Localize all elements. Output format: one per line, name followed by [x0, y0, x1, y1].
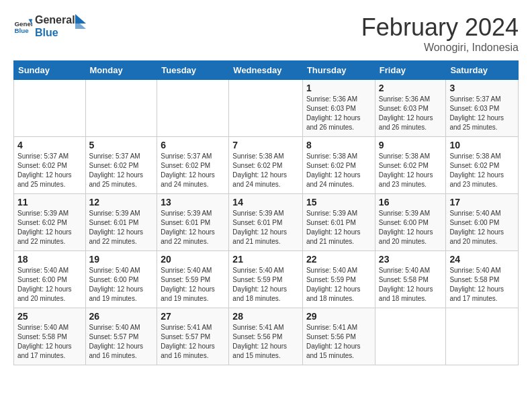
day-info: Sunrise: 5:38 AM Sunset: 6:02 PM Dayligh… [306, 152, 371, 189]
day-number: 8 [306, 140, 371, 150]
title-area: February 2024 Wonogiri, Indonesia [361, 13, 519, 54]
day-info: Sunrise: 5:39 AM Sunset: 6:01 PM Dayligh… [89, 209, 154, 246]
day-number: 14 [232, 197, 299, 208]
calendar-cell: 7Sunrise: 5:38 AM Sunset: 6:02 PM Daylig… [229, 137, 303, 194]
day-info: Sunrise: 5:41 AM Sunset: 5:57 PM Dayligh… [161, 323, 225, 361]
weekday-header-friday: Friday [375, 61, 446, 80]
weekday-header-monday: Monday [85, 61, 157, 80]
day-number: 16 [379, 197, 443, 208]
logo-icon: General Blue [13, 17, 32, 36]
weekday-header-saturday: Saturday [446, 61, 519, 80]
calendar-cell: 29Sunrise: 5:41 AM Sunset: 5:56 PM Dayli… [302, 308, 375, 365]
day-info: Sunrise: 5:40 AM Sunset: 6:00 PM Dayligh… [89, 266, 154, 304]
day-info: Sunrise: 5:40 AM Sunset: 5:59 PM Dayligh… [161, 266, 225, 304]
day-number: 25 [17, 311, 82, 322]
calendar-cell: 19Sunrise: 5:40 AM Sunset: 6:00 PM Dayli… [85, 251, 157, 308]
day-number: 26 [89, 311, 154, 322]
calendar-cell: 20Sunrise: 5:40 AM Sunset: 5:59 PM Dayli… [157, 251, 229, 308]
day-number: 4 [17, 140, 82, 150]
calendar-cell: 6Sunrise: 5:37 AM Sunset: 6:02 PM Daylig… [157, 137, 229, 194]
calendar-cell: 1Sunrise: 5:36 AM Sunset: 6:03 PM Daylig… [302, 80, 375, 137]
day-info: Sunrise: 5:40 AM Sunset: 6:00 PM Dayligh… [17, 266, 82, 304]
day-info: Sunrise: 5:40 AM Sunset: 5:59 PM Dayligh… [306, 266, 371, 304]
calendar-week-1: 1Sunrise: 5:36 AM Sunset: 6:03 PM Daylig… [14, 80, 519, 137]
day-number: 28 [232, 311, 299, 322]
day-info: Sunrise: 5:37 AM Sunset: 6:02 PM Dayligh… [17, 152, 82, 189]
calendar-cell: 2Sunrise: 5:36 AM Sunset: 6:03 PM Daylig… [375, 80, 446, 137]
calendar-cell: 24Sunrise: 5:40 AM Sunset: 5:58 PM Dayli… [446, 251, 519, 308]
day-info: Sunrise: 5:41 AM Sunset: 5:56 PM Dayligh… [232, 323, 299, 361]
calendar-week-4: 18Sunrise: 5:40 AM Sunset: 6:00 PM Dayli… [14, 251, 519, 308]
calendar-cell: 17Sunrise: 5:40 AM Sunset: 6:00 PM Dayli… [446, 194, 519, 251]
month-year-title: February 2024 [361, 13, 519, 42]
calendar-cell [375, 308, 446, 365]
day-number: 1 [306, 83, 371, 93]
day-number: 21 [232, 254, 299, 265]
calendar-cell: 28Sunrise: 5:41 AM Sunset: 5:56 PM Dayli… [229, 308, 303, 365]
calendar-cell [85, 80, 157, 137]
day-number: 24 [449, 254, 515, 265]
weekday-header-thursday: Thursday [302, 61, 375, 80]
day-number: 11 [17, 197, 82, 208]
day-info: Sunrise: 5:39 AM Sunset: 6:01 PM Dayligh… [232, 209, 299, 246]
day-info: Sunrise: 5:37 AM Sunset: 6:02 PM Dayligh… [89, 152, 154, 189]
calendar-week-2: 4Sunrise: 5:37 AM Sunset: 6:02 PM Daylig… [14, 137, 519, 194]
day-number: 7 [232, 140, 299, 150]
logo-blue: Blue [35, 26, 75, 39]
logo-arrow-icon [73, 14, 86, 33]
header: General Blue General Blue February 2024 … [13, 13, 519, 54]
calendar-table: SundayMondayTuesdayWednesdayThursdayFrid… [13, 60, 519, 365]
day-number: 18 [17, 254, 82, 265]
day-number: 20 [161, 254, 225, 265]
day-number: 27 [161, 311, 225, 322]
calendar-cell: 4Sunrise: 5:37 AM Sunset: 6:02 PM Daylig… [14, 137, 86, 194]
day-info: Sunrise: 5:39 AM Sunset: 6:00 PM Dayligh… [379, 209, 443, 246]
day-info: Sunrise: 5:40 AM Sunset: 5:58 PM Dayligh… [379, 266, 443, 304]
day-info: Sunrise: 5:40 AM Sunset: 5:58 PM Dayligh… [449, 266, 515, 304]
calendar-cell: 9Sunrise: 5:38 AM Sunset: 6:02 PM Daylig… [375, 137, 446, 194]
calendar-cell [157, 80, 229, 137]
calendar-cell: 13Sunrise: 5:39 AM Sunset: 6:01 PM Dayli… [157, 194, 229, 251]
calendar-cell: 27Sunrise: 5:41 AM Sunset: 5:57 PM Dayli… [157, 308, 229, 365]
calendar-week-3: 11Sunrise: 5:39 AM Sunset: 6:02 PM Dayli… [14, 194, 519, 251]
day-info: Sunrise: 5:40 AM Sunset: 6:00 PM Dayligh… [449, 209, 515, 246]
calendar-cell: 23Sunrise: 5:40 AM Sunset: 5:58 PM Dayli… [375, 251, 446, 308]
day-number: 22 [306, 254, 371, 265]
calendar-cell [446, 308, 519, 365]
day-info: Sunrise: 5:40 AM Sunset: 5:57 PM Dayligh… [89, 323, 154, 361]
calendar-cell: 10Sunrise: 5:38 AM Sunset: 6:02 PM Dayli… [446, 137, 519, 194]
calendar-cell: 8Sunrise: 5:38 AM Sunset: 6:02 PM Daylig… [302, 137, 375, 194]
day-info: Sunrise: 5:39 AM Sunset: 6:01 PM Dayligh… [306, 209, 371, 246]
day-number: 13 [161, 197, 225, 208]
logo-general: General [35, 13, 75, 26]
weekday-header-row: SundayMondayTuesdayWednesdayThursdayFrid… [14, 61, 519, 80]
day-info: Sunrise: 5:37 AM Sunset: 6:03 PM Dayligh… [449, 95, 515, 132]
day-info: Sunrise: 5:38 AM Sunset: 6:02 PM Dayligh… [379, 152, 443, 189]
location-subtitle: Wonogiri, Indonesia [361, 42, 519, 54]
weekday-header-sunday: Sunday [14, 61, 86, 80]
calendar-cell: 11Sunrise: 5:39 AM Sunset: 6:02 PM Dayli… [14, 194, 86, 251]
calendar-cell: 12Sunrise: 5:39 AM Sunset: 6:01 PM Dayli… [85, 194, 157, 251]
day-info: Sunrise: 5:37 AM Sunset: 6:02 PM Dayligh… [161, 152, 225, 189]
calendar-week-5: 25Sunrise: 5:40 AM Sunset: 5:58 PM Dayli… [14, 308, 519, 365]
calendar-cell: 16Sunrise: 5:39 AM Sunset: 6:00 PM Dayli… [375, 194, 446, 251]
calendar-cell [14, 80, 86, 137]
day-info: Sunrise: 5:40 AM Sunset: 5:58 PM Dayligh… [17, 323, 82, 361]
calendar-cell: 25Sunrise: 5:40 AM Sunset: 5:58 PM Dayli… [14, 308, 86, 365]
day-number: 19 [89, 254, 154, 265]
day-number: 5 [89, 140, 154, 150]
calendar-cell: 15Sunrise: 5:39 AM Sunset: 6:01 PM Dayli… [302, 194, 375, 251]
logo: General Blue General Blue [13, 13, 86, 39]
day-number: 6 [161, 140, 225, 150]
calendar-cell: 5Sunrise: 5:37 AM Sunset: 6:02 PM Daylig… [85, 137, 157, 194]
calendar-cell: 21Sunrise: 5:40 AM Sunset: 5:59 PM Dayli… [229, 251, 303, 308]
day-info: Sunrise: 5:39 AM Sunset: 6:02 PM Dayligh… [17, 209, 82, 246]
calendar-cell: 26Sunrise: 5:40 AM Sunset: 5:57 PM Dayli… [85, 308, 157, 365]
calendar-cell: 3Sunrise: 5:37 AM Sunset: 6:03 PM Daylig… [446, 80, 519, 137]
day-info: Sunrise: 5:39 AM Sunset: 6:01 PM Dayligh… [161, 209, 225, 246]
svg-text:Blue: Blue [14, 27, 29, 34]
day-info: Sunrise: 5:40 AM Sunset: 5:59 PM Dayligh… [232, 266, 299, 304]
day-number: 10 [449, 140, 515, 150]
weekday-header-tuesday: Tuesday [157, 61, 229, 80]
day-number: 9 [379, 140, 443, 150]
